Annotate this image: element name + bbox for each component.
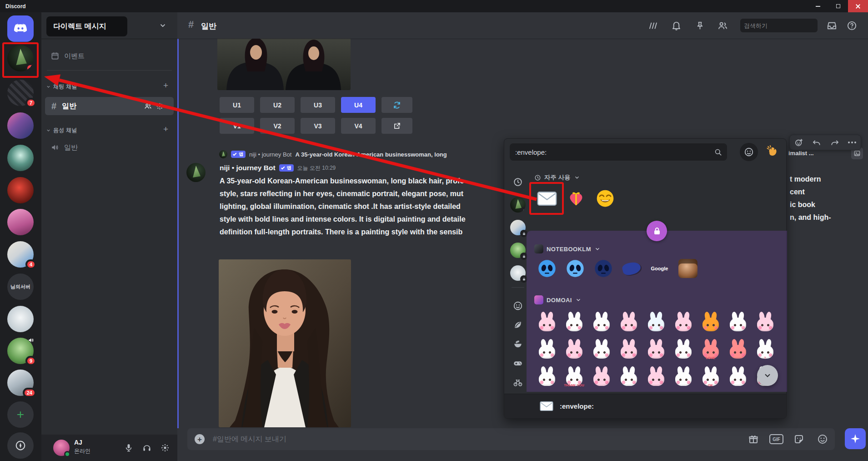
- domoai-emoji[interactable]: [562, 309, 586, 334]
- category-server-sheep[interactable]: [510, 265, 526, 281]
- domoai-emoji[interactable]: [644, 364, 668, 388]
- domoai-emoji[interactable]: [698, 309, 722, 334]
- notebooklm-emoji[interactable]: Google: [647, 256, 672, 280]
- emoji-search-input[interactable]: [515, 148, 714, 156]
- reply-reference[interactable]: 앱 niji • journey Bot A 35-year-old Korea…: [219, 150, 507, 159]
- generated-portrait-image[interactable]: [219, 259, 351, 427]
- emoji-button-icon[interactable]: [817, 434, 828, 445]
- inbox-icon[interactable]: [827, 20, 837, 31]
- notebooklm-emoji[interactable]: [563, 256, 587, 280]
- variation-button-v4[interactable]: V4: [341, 118, 376, 134]
- more-actions-icon[interactable]: [848, 142, 856, 143]
- category-people[interactable]: [510, 298, 526, 314]
- category-server-tree[interactable]: [510, 197, 526, 213]
- server-icon-text[interactable]: 님의서버: [7, 274, 34, 300]
- channel-settings-gear-icon[interactable]: [156, 102, 164, 110]
- direct-messages-header[interactable]: 다이렉트 메시지: [46, 16, 127, 36]
- notebooklm-section-header[interactable]: NOTEBOOKLM: [534, 244, 601, 253]
- emoji-mood-toggle[interactable]: [740, 143, 758, 161]
- server-icon-pinkhair[interactable]: [7, 209, 34, 235]
- domoai-emoji[interactable]: [617, 309, 641, 334]
- maximize-button[interactable]: [828, 0, 848, 12]
- threads-icon[interactable]: [647, 20, 658, 31]
- notebooklm-emoji[interactable]: [591, 256, 615, 280]
- domoai-emoji[interactable]: [644, 337, 668, 361]
- user-settings-gear-icon[interactable]: [161, 443, 170, 452]
- domoai-section-header[interactable]: DOMOAI: [534, 295, 582, 304]
- create-invite-icon[interactable]: [144, 102, 152, 110]
- add-reaction-icon[interactable]: [794, 138, 803, 147]
- upscale-button-u1[interactable]: U1: [220, 97, 254, 113]
- domoai-emoji[interactable]: LOVE: [698, 337, 722, 361]
- variation-button-v2[interactable]: V2: [260, 118, 295, 134]
- minimize-button[interactable]: [808, 0, 828, 12]
- user-name[interactable]: AJ: [74, 439, 82, 446]
- server-icon-dark[interactable]: 7: [7, 80, 34, 106]
- attach-plus-button[interactable]: +: [195, 434, 205, 444]
- skin-tone-selector[interactable]: [763, 143, 782, 161]
- gift-icon[interactable]: [748, 434, 759, 445]
- domoai-emoji[interactable]: [726, 337, 750, 361]
- message-avatar[interactable]: [186, 163, 206, 182]
- open-link-button[interactable]: [381, 118, 412, 134]
- domoai-emoji[interactable]: [644, 309, 668, 334]
- direct-messages-button[interactable]: [7, 15, 34, 42]
- category-food[interactable]: [510, 336, 526, 351]
- domoai-emoji[interactable]: [753, 309, 777, 334]
- notebooklm-emoji[interactable]: [619, 256, 643, 280]
- notebooklm-emoji[interactable]: [535, 256, 559, 280]
- server-icon-anime[interactable]: [7, 112, 34, 139]
- domoai-emoji[interactable]: [726, 309, 750, 334]
- category-travel[interactable]: [510, 375, 526, 390]
- domoai-emoji[interactable]: [535, 337, 559, 361]
- explore-servers-button[interactable]: [7, 432, 34, 459]
- frequent-section-header[interactable]: 자주 사용: [534, 173, 580, 182]
- text-channels-header[interactable]: 채팅 채널: [46, 83, 77, 91]
- domoai-emoji[interactable]: [617, 337, 641, 361]
- category-server-frog[interactable]: [510, 243, 526, 258]
- scroll-down-button[interactable]: [757, 365, 778, 386]
- server-icon-boat[interactable]: 24: [7, 370, 34, 396]
- help-icon[interactable]: [847, 20, 857, 31]
- domoai-emoji[interactable]: ?: [753, 337, 777, 361]
- domoai-emoji[interactable]: [535, 364, 559, 388]
- domoai-emoji[interactable]: OK: [698, 364, 722, 388]
- search-box[interactable]: [740, 19, 818, 32]
- server-icon-red[interactable]: [7, 177, 34, 203]
- domoai-emoji[interactable]: [671, 337, 695, 361]
- upscale-button-u3[interactable]: U3: [301, 97, 335, 113]
- domoai-emoji[interactable]: [589, 364, 613, 388]
- domoai-emoji[interactable]: [589, 309, 613, 334]
- generated-image-grid-preview[interactable]: [217, 35, 351, 90]
- add-server-button[interactable]: +: [7, 401, 34, 428]
- close-button[interactable]: [848, 0, 868, 12]
- headphones-icon[interactable]: [142, 443, 151, 452]
- chevron-down-icon[interactable]: [159, 21, 167, 30]
- gif-picker-button[interactable]: GIF: [769, 434, 783, 444]
- message-input[interactable]: [213, 428, 713, 450]
- category-server-robot[interactable]: [510, 220, 526, 235]
- emoji-search-box[interactable]: [510, 143, 727, 161]
- domoai-emoji[interactable]: THANK YOU: [562, 364, 586, 388]
- server-icon-frog[interactable]: 9: [7, 338, 34, 364]
- sticker-icon[interactable]: [793, 434, 804, 445]
- add-text-channel-button[interactable]: +: [163, 81, 168, 91]
- category-nature[interactable]: [510, 317, 526, 333]
- upscale-button-u4[interactable]: U4: [341, 97, 376, 113]
- variation-button-v3[interactable]: V3: [301, 118, 335, 134]
- message-author[interactable]: niji • journey Bot: [220, 164, 276, 172]
- category-activities[interactable]: [510, 355, 526, 371]
- reply-icon[interactable]: [812, 138, 821, 147]
- forward-icon[interactable]: [830, 138, 839, 147]
- mic-icon[interactable]: [124, 443, 133, 452]
- activities-button[interactable]: [845, 428, 866, 449]
- upscale-button-u2[interactable]: U2: [260, 97, 295, 113]
- variation-button-v1[interactable]: V1: [220, 118, 254, 134]
- server-icon-teal[interactable]: [7, 145, 34, 171]
- domoai-emoji[interactable]: [726, 364, 750, 388]
- reroll-button[interactable]: [381, 97, 412, 113]
- channel-item-general[interactable]: # 일반: [45, 97, 174, 115]
- domoai-emoji[interactable]: [535, 309, 559, 334]
- emoji-heart-gift[interactable]: [564, 186, 588, 211]
- voice-channel-item-general[interactable]: 일반: [47, 140, 172, 155]
